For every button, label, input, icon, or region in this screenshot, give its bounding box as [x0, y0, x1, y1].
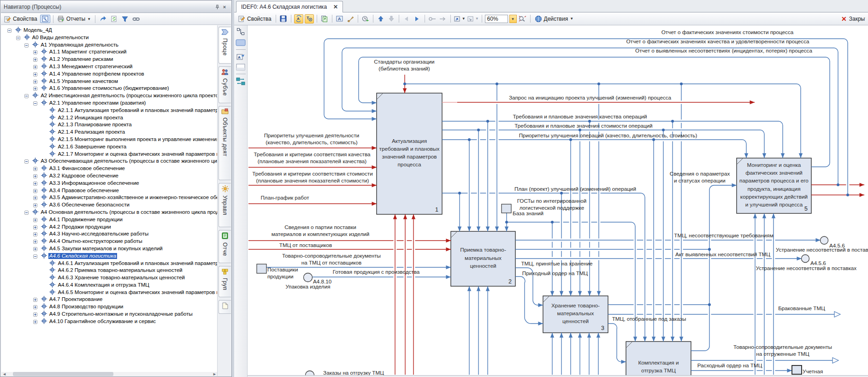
tree-item[interactable]: А4.5 Закупки материалов и покупных издел…	[1, 245, 218, 252]
external-reference-tool-icon[interactable]	[236, 77, 245, 85]
tree-expander-minus-icon[interactable]	[24, 210, 29, 214]
nav-reports-button[interactable]: Отчеты ▼	[56, 15, 92, 23]
tree-item[interactable]: А3.4 Правовое обеспечение	[1, 187, 218, 194]
tree-item[interactable]: А4.2 Продажи продукции	[1, 223, 218, 230]
tree-item[interactable]: А4.6.3 Хранение товарно-материальных цен…	[1, 274, 218, 281]
offpage-connector-circle[interactable]	[802, 255, 809, 263]
scrollbar-track[interactable]	[7, 372, 212, 376]
back-button[interactable]	[428, 14, 437, 24]
external-entity-square[interactable]	[257, 264, 266, 273]
offpage-connector-circle[interactable]	[821, 236, 828, 244]
idef0-box[interactable]: Приемка товарно-материальныхценностей2	[451, 231, 515, 286]
tree-expander-minus-icon[interactable]	[33, 253, 37, 258]
tree-item[interactable]: А2.1 Управление проектами (развития)	[1, 99, 218, 106]
tree-item[interactable]: А1.5 Управление качеством	[1, 77, 218, 85]
side-tab-Объекты деят[interactable]: Объекты деят	[218, 106, 231, 180]
versions-button[interactable]	[320, 14, 329, 24]
tree-item[interactable]: А4.4 Опытно-конструкторские работы	[1, 237, 218, 245]
side-tab-Проце[interactable]: Проце	[218, 27, 231, 64]
tree-expander-minus-icon[interactable]	[33, 100, 37, 105]
tree-expander-minus-icon[interactable]	[7, 28, 12, 32]
side-tab-Управл[interactable]: Управл	[218, 183, 231, 227]
tree-item[interactable]: А2.1.3 Планирование проекта	[1, 121, 218, 128]
tree-expander-plus-icon[interactable]	[33, 86, 37, 90]
close-panel-icon[interactable]: ×	[221, 3, 228, 11]
tree-item[interactable]: А1.2 Управление рисками	[1, 55, 218, 63]
simulation-button[interactable]	[361, 14, 370, 24]
filter-button[interactable]	[120, 16, 130, 23]
tree-expander-plus-icon[interactable]	[33, 181, 37, 185]
tree-item-selected[interactable]: А4.6 Складская логистика	[1, 252, 218, 259]
tree-expander-minus-icon[interactable]	[16, 35, 20, 39]
tree-item[interactable]: А4.6.4 Комплектация и отгрузка ТМЦ	[1, 281, 218, 289]
tree-item[interactable]: А4.8 Производство продукции	[1, 303, 218, 310]
tab-close-icon[interactable]: ✕	[333, 4, 338, 10]
go-to-child-button[interactable]: ▼	[467, 14, 479, 24]
tree-item[interactable]: А2 Инвестиционная деятельность (процессы…	[1, 92, 218, 99]
move-up-button[interactable]	[376, 14, 385, 24]
tree-item[interactable]: А1.3 Менеджмент стратегический	[1, 63, 218, 70]
tree-item[interactable]: А4.7 Проектирование	[1, 295, 218, 303]
close-diagram-button[interactable]: ✕ Закрыть	[841, 15, 865, 23]
tree-expander-plus-icon[interactable]	[33, 246, 37, 250]
format-brush-button[interactable]	[346, 14, 355, 24]
scroll-left-icon[interactable]: ◀	[1, 372, 7, 376]
actions-button[interactable]: Действия ▼	[533, 15, 575, 23]
tree-expander-minus-icon[interactable]	[24, 42, 29, 47]
label-tool-icon[interactable]: A	[236, 53, 245, 60]
side-tab-Отче[interactable]: Отче	[218, 230, 231, 263]
diagram-arrow[interactable]	[691, 185, 737, 351]
tree-item[interactable]: А4.6.2 Приемка товарно-материальных ценн…	[1, 266, 218, 274]
side-tab-Груп[interactable]: Груп	[218, 266, 231, 297]
tree-expander-plus-icon[interactable]	[33, 173, 37, 177]
tree-expander-plus-icon[interactable]	[33, 71, 37, 76]
nav-properties-button[interactable]: Свойства	[3, 15, 39, 23]
tree-horizontal-scrollbar[interactable]: ◀ ▶	[1, 372, 218, 376]
tree-expander-plus-icon[interactable]	[33, 319, 37, 323]
auto-layout-toggle[interactable]: А	[294, 14, 303, 24]
tree-item[interactable]: А4.9 Строительно-монтажные и пусконаладо…	[1, 310, 218, 318]
diagram-arrow[interactable]	[515, 277, 543, 324]
tree-expander-plus-icon[interactable]	[33, 49, 37, 53]
tree-item[interactable]: А2.1.6 Завершение проекта	[1, 143, 218, 150]
tree-item[interactable]: А4.6.1 Актуализация требований и плановы…	[1, 259, 218, 267]
tree-item[interactable]: А1 Управляющая деятельность	[1, 41, 218, 48]
tree-expander-plus-icon[interactable]	[33, 195, 37, 199]
tree-expander-plus-icon[interactable]	[33, 304, 37, 308]
tree-item[interactable]: А2.1.1 Актуализация требований и плановы…	[1, 106, 218, 114]
offpage-connector-circle[interactable]	[304, 273, 313, 282]
tree-expander-plus-icon[interactable]	[33, 188, 37, 192]
tree-item[interactable]: А2.1.2 Инициация проекта	[1, 114, 218, 121]
idef0-box[interactable]: Актуализациятребований и плановыхзначени…	[377, 93, 442, 214]
scrollbar-thumb[interactable]	[13, 372, 113, 376]
tree-item[interactable]: А2.1.5 Мониторинг выполнения проекта и у…	[1, 135, 218, 143]
fit-page-button[interactable]	[518, 14, 527, 24]
tree-expander-plus-icon[interactable]	[33, 224, 37, 229]
go-to-parent-button[interactable]: ▼	[454, 14, 466, 24]
tree-item[interactable]: А3.6 Обеспечение безопасности	[1, 201, 218, 208]
tree-item[interactable]: А3.5 Административно-хозяйственное и инж…	[1, 194, 218, 201]
tree-expander-plus-icon[interactable]	[33, 239, 37, 243]
move-down-button[interactable]	[387, 14, 396, 24]
tree-expander-plus-icon[interactable]	[33, 166, 37, 170]
pin-icon[interactable]	[213, 3, 221, 11]
tree-item[interactable]: А3.1 Финансовое обеспечение	[1, 165, 218, 172]
tree-item[interactable]: А3.3 Информационное обеспечение	[1, 179, 218, 187]
tree-expander-plus-icon[interactable]	[33, 79, 37, 83]
link-button[interactable]	[131, 16, 142, 22]
tree-item[interactable]: А3 Обеспечивающая деятельность (процессы…	[1, 157, 218, 165]
idef0-box[interactable]: Мониторинг и оценкафактических значенийп…	[737, 158, 811, 213]
external-entity-square[interactable]	[502, 204, 511, 213]
save-button[interactable]	[279, 14, 288, 24]
frame-tool-icon[interactable]	[236, 64, 245, 71]
tree-item[interactable]: А2.1.4 Реализация проекта	[1, 128, 218, 135]
diagram-tab[interactable]: IDEF0: A4.6 Складская логистика ✕	[236, 1, 343, 12]
tree-item[interactable]: А4.3 Научно-исследовательские работы	[1, 230, 218, 237]
zoom-dropdown-button[interactable]: ▼	[509, 15, 517, 23]
refresh-button[interactable]	[110, 15, 119, 23]
tree-expander-plus-icon[interactable]	[33, 202, 37, 206]
tree-item[interactable]: А1.6 Управление стоимостью (бюджетирован…	[1, 84, 218, 92]
tree-expander-plus-icon[interactable]	[33, 231, 37, 236]
text-block-button[interactable]: A	[335, 14, 344, 24]
tree-item[interactable]: А4.1 Продвижение продукции	[1, 216, 218, 223]
